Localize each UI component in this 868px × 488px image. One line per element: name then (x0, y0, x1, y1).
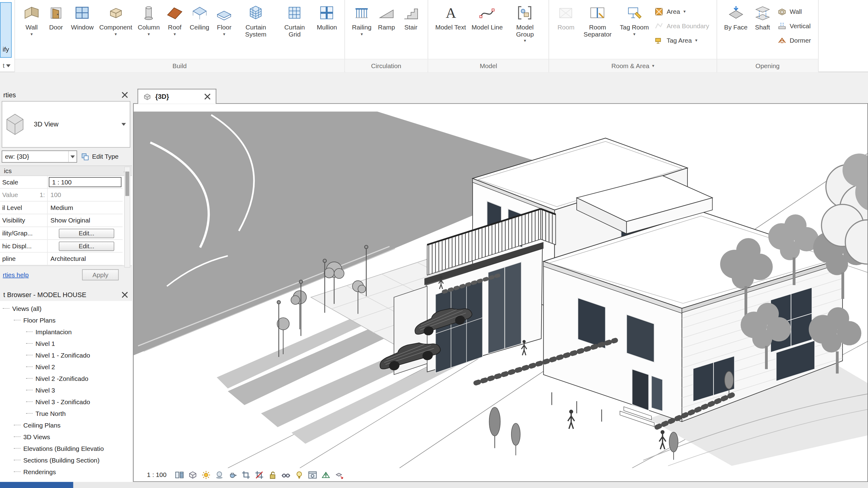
tool-curtain-grid[interactable]: Curtain Grid (276, 2, 313, 38)
tool-stair[interactable]: Stair (399, 2, 423, 31)
detail-level-icon[interactable] (175, 470, 184, 480)
opening-wall-icon (778, 7, 786, 16)
displacement-icon[interactable] (335, 470, 344, 480)
ribbon-panels: Wall▾DoorWindowComponent▾Column▾Roof▾Cei… (14, 0, 868, 72)
tree-item-nivel-2-zonificado[interactable]: Nivel 2 -Zonificado (0, 373, 132, 384)
close-icon[interactable] (204, 93, 211, 100)
select-dropdown[interactable]: t (0, 59, 14, 72)
property-value-pline[interactable]: Architectural (48, 253, 123, 265)
scale-button[interactable]: 1 : 100 (147, 471, 166, 478)
tree-item-nivel-1-zonificado[interactable]: Nivel 1 - Zonificado (0, 349, 132, 361)
tool-ramp[interactable]: Ramp (375, 2, 398, 31)
tag-area-icon (654, 36, 663, 45)
properties-help-link[interactable]: rties help (3, 271, 29, 278)
property-value-ility-grap[interactable]: Edit... (59, 228, 114, 238)
tree-item-true-north[interactable]: True North (0, 408, 132, 419)
tool-curtain-system[interactable]: Curtain System (237, 2, 275, 38)
tool-model-text[interactable]: AModel Text (433, 2, 468, 31)
property-row: hic Displ...Edit... (0, 240, 123, 253)
reveal-hidden-icon[interactable] (294, 470, 304, 480)
chevron-down-icon: ▾ (652, 63, 654, 68)
edit-type-button[interactable]: Edit Type (81, 152, 119, 161)
status-strip (0, 482, 868, 488)
property-value-value: 100 (48, 189, 123, 201)
modify-button[interactable]: ify (0, 2, 12, 58)
tool-roof[interactable]: Roof▾ (163, 2, 186, 36)
tree-item-nivel-2[interactable]: Nivel 2 (0, 361, 132, 373)
tool-vertical[interactable]: Vertical (778, 20, 811, 32)
tool-room-separator[interactable]: Room Separator (579, 2, 617, 38)
analytical-model-icon[interactable] (321, 470, 331, 480)
tool-railing[interactable]: Railing▾ (350, 2, 374, 36)
tool-by-face[interactable]: By Face (722, 2, 750, 31)
column-icon (140, 4, 158, 22)
tool-dormer[interactable]: Dormer (778, 34, 811, 46)
visual-style-icon[interactable] (188, 470, 198, 480)
type-selector[interactable]: 3D View (2, 101, 130, 148)
chevron-down-icon: ▾ (174, 32, 176, 36)
tool-window[interactable]: Window (69, 2, 96, 31)
properties-scrollbar[interactable] (124, 167, 130, 268)
crop-view-icon[interactable] (241, 470, 251, 480)
graphics-section-header[interactable]: ics (0, 166, 132, 176)
tool-column[interactable]: Column▾ (135, 2, 162, 36)
tree-item-floor-plans[interactable]: Floor Plans (0, 314, 132, 326)
property-row: ility/Grap...Edit... (0, 227, 123, 240)
floor-icon (215, 4, 233, 22)
tool-floor[interactable]: Floor▾ (213, 2, 236, 36)
apply-button[interactable]: Apply (82, 269, 119, 280)
svg-text:A: A (445, 5, 456, 21)
tool-door[interactable]: Door (44, 2, 68, 31)
ribbon-panel-room-area: RoomRoom SeparatorTag Room▾Area▾Area Bou… (550, 0, 717, 72)
tree-item-nivel-3-zonificado[interactable]: Nivel 3 - Zonificado (0, 396, 132, 408)
status-progress (0, 482, 73, 488)
scrollbar-thumb[interactable] (125, 172, 129, 196)
roof-icon (166, 4, 184, 22)
tree-item-implantacion[interactable]: Implantacion (0, 326, 132, 338)
property-value-hic-displ[interactable]: Edit... (59, 241, 114, 251)
tree-item-nivel-3[interactable]: Nivel 3 (0, 384, 132, 396)
temporary-view-properties-icon[interactable] (308, 470, 317, 480)
rendering-dialog-icon[interactable] (228, 470, 238, 480)
stair-icon (402, 4, 420, 22)
drawing-area[interactable]: 1 : 100 (133, 103, 868, 482)
3d-model-view[interactable] (134, 104, 867, 468)
property-value-il-level[interactable]: Medium (48, 202, 123, 214)
tree-item-sections-building-section[interactable]: Sections (Building Section) (0, 454, 132, 466)
tool-wall[interactable]: Wall▾ (20, 2, 43, 36)
crop-region-icon[interactable] (255, 470, 264, 480)
panel-label-model: Model (428, 59, 549, 72)
tool-tag-area[interactable]: Tag Area▾ (654, 34, 709, 46)
tool-area[interactable]: Area▾ (654, 5, 709, 17)
view-combobox[interactable]: ew: {3D} (2, 150, 77, 163)
tool-ceiling[interactable]: Ceiling (187, 2, 211, 31)
tree-item-3d-views[interactable]: 3D Views (0, 431, 132, 442)
close-icon[interactable] (121, 292, 128, 298)
tool-model-line[interactable]: Model Line (469, 2, 505, 31)
sun-path-icon[interactable] (202, 470, 211, 480)
curtain-grid-icon (286, 4, 304, 22)
temporary-hide-icon[interactable] (281, 470, 291, 480)
revit-window: ify t Wall▾DoorWindowComponent▾Column▾Ro… (0, 0, 868, 488)
property-value-visibility[interactable]: Show Original (48, 214, 123, 227)
view-tab-3d[interactable]: {3D} (138, 89, 216, 104)
tool-wall[interactable]: Wall (778, 5, 811, 17)
tool-model-group[interactable]: Model Group▾ (506, 2, 544, 42)
properties-grid: Scale1 : 100Value1:100il LevelMediumVisi… (0, 176, 132, 266)
tree-item-nivel-1[interactable]: Nivel 1 (0, 338, 132, 349)
area-icon (654, 7, 663, 16)
shadows-icon[interactable] (215, 470, 224, 480)
tool-component[interactable]: Component▾ (97, 2, 134, 36)
tool-tag-room[interactable]: Tag Room▾ (618, 2, 651, 36)
unlock-3d-icon[interactable] (268, 470, 277, 480)
tool-mullion[interactable]: Mullion (315, 2, 339, 31)
tree-item-ceiling-plans[interactable]: Ceiling Plans (0, 419, 132, 431)
tree-item-elevations-building-elevatio[interactable]: Elevations (Building Elevatio (0, 442, 132, 454)
panel-label-room-area[interactable]: Room & Area▾ (550, 59, 716, 72)
tree-item-renderings[interactable]: Renderings (0, 466, 132, 478)
modify-label: ify (3, 46, 9, 53)
tool-shaft[interactable]: Shaft (751, 2, 774, 31)
property-value-scale[interactable]: 1 : 100 (49, 177, 121, 187)
tree-item-views-all[interactable]: Views (all) (0, 303, 132, 314)
close-icon[interactable] (121, 91, 128, 98)
